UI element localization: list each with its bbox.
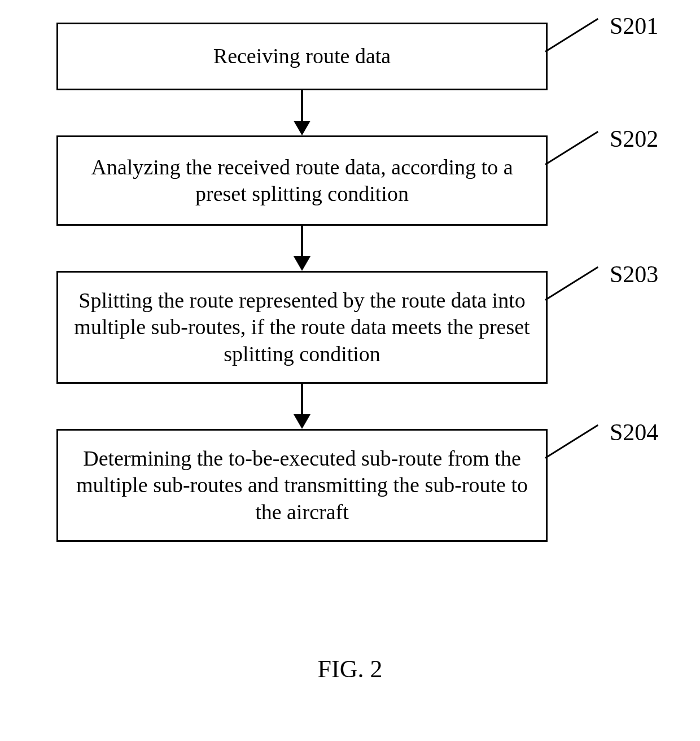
process-box-2: Analyzing the received route data, accor…: [56, 135, 548, 226]
arrow-head-icon: [294, 256, 310, 271]
step-row-3: Splitting the route represented by the r…: [56, 271, 644, 384]
arrow-3: [56, 384, 548, 429]
step-label-4: S204: [610, 419, 658, 446]
arrow-1: [56, 90, 548, 135]
step-row-4: Determining the to-be-executed sub-route…: [56, 429, 644, 542]
step-label-2: S202: [610, 125, 658, 152]
connector-line-icon: [545, 18, 598, 52]
arrow-shaft-icon: [301, 90, 303, 122]
flowchart: Receiving route data S201 Analyzing the …: [56, 23, 644, 542]
process-text-4: Determining the to-be-executed sub-route…: [69, 445, 535, 526]
arrow-shaft-icon: [301, 226, 303, 257]
arrow-shaft-icon: [301, 384, 303, 415]
connector-line-icon: [545, 424, 598, 459]
process-box-4: Determining the to-be-executed sub-route…: [56, 429, 548, 542]
step-row-1: Receiving route data S201: [56, 23, 644, 90]
process-box-1: Receiving route data: [56, 23, 548, 90]
connector-line-icon: [545, 131, 598, 165]
process-text-3: Splitting the route represented by the r…: [69, 287, 535, 368]
arrow-head-icon: [294, 414, 310, 429]
step-label-1: S201: [610, 12, 658, 40]
step-row-2: Analyzing the received route data, accor…: [56, 135, 644, 226]
connector-line-icon: [545, 266, 598, 301]
process-box-3: Splitting the route represented by the r…: [56, 271, 548, 384]
process-text-1: Receiving route data: [213, 43, 391, 70]
arrow-2: [56, 226, 548, 271]
arrow-head-icon: [294, 121, 310, 135]
step-label-3: S203: [610, 261, 658, 288]
process-text-2: Analyzing the received route data, accor…: [69, 154, 535, 208]
figure-caption: FIG. 2: [0, 655, 700, 683]
